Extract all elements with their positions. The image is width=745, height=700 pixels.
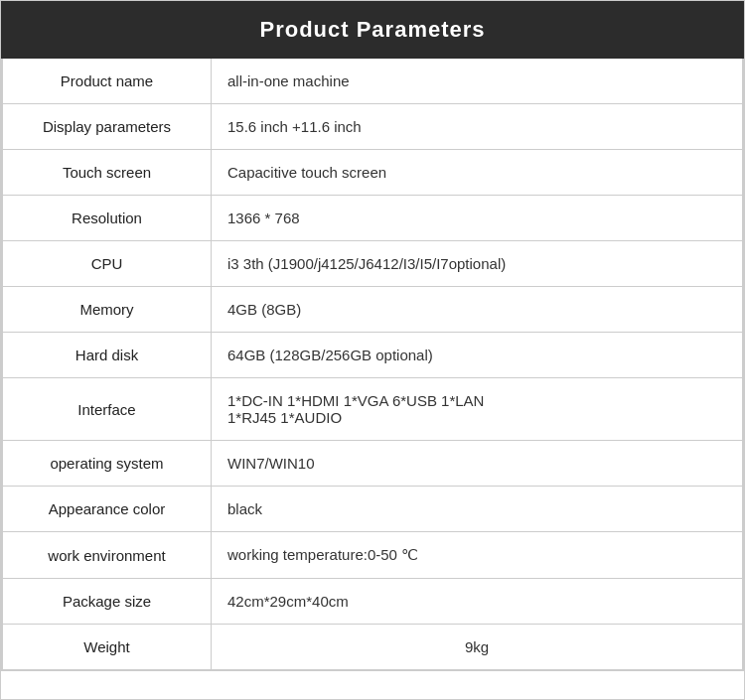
row-value: 9kg [212, 625, 743, 670]
table-row: Product nameall-in-one machine [3, 59, 743, 104]
table-row: operating systemWIN7/WIN10 [3, 441, 743, 487]
row-value: 64GB (128GB/256GB optional) [212, 333, 743, 378]
row-value: 1*DC-IN 1*HDMI 1*VGA 6*USB 1*LAN1*RJ45 1… [212, 378, 743, 441]
params-table: Product nameall-in-one machineDisplay pa… [2, 59, 743, 670]
row-label: operating system [3, 441, 212, 487]
row-label: Display parameters [3, 104, 212, 150]
table-container: Product nameall-in-one machineDisplay pa… [1, 59, 744, 671]
row-label: Product name [3, 59, 212, 104]
page-title: Product Parameters [1, 1, 744, 59]
row-value: WIN7/WIN10 [212, 441, 743, 487]
row-label: work environment [3, 532, 212, 579]
row-value: all-in-one machine [212, 59, 743, 104]
table-row: Appearance colorblack [3, 487, 743, 532]
table-row: Interface1*DC-IN 1*HDMI 1*VGA 6*USB 1*LA… [3, 378, 743, 441]
row-label: Resolution [3, 196, 212, 241]
row-label: CPU [3, 241, 212, 287]
table-row: work environmentworking temperature:0-50… [3, 532, 743, 579]
row-label: Interface [3, 378, 212, 441]
row-value: 4GB (8GB) [212, 287, 743, 333]
row-value: i3 3th (J1900/j4125/J6412/I3/I5/I7option… [212, 241, 743, 287]
table-row: Weight9kg [3, 625, 743, 670]
row-label: Package size [3, 579, 212, 625]
row-label: Appearance color [3, 487, 212, 532]
row-value: 15.6 inch +11.6 inch [212, 104, 743, 150]
row-value: 1366 * 768 [212, 196, 743, 241]
table-row: Display parameters15.6 inch +11.6 inch [3, 104, 743, 150]
row-value: black [212, 487, 743, 532]
table-row: Resolution1366 * 768 [3, 196, 743, 241]
table-row: CPUi3 3th (J1900/j4125/J6412/I3/I5/I7opt… [3, 241, 743, 287]
row-label: Memory [3, 287, 212, 333]
row-label: Touch screen [3, 150, 212, 196]
row-value: working temperature:0-50 ℃ [212, 532, 743, 579]
row-label: Hard disk [3, 333, 212, 378]
row-value: Capacitive touch screen [212, 150, 743, 196]
table-row: Touch screenCapacitive touch screen [3, 150, 743, 196]
table-row: Package size42cm*29cm*40cm [3, 579, 743, 625]
page-wrapper: Product Parameters Product nameall-in-on… [0, 0, 745, 700]
row-label: Weight [3, 625, 212, 670]
row-value: 42cm*29cm*40cm [212, 579, 743, 625]
table-row: Hard disk64GB (128GB/256GB optional) [3, 333, 743, 378]
table-row: Memory4GB (8GB) [3, 287, 743, 333]
